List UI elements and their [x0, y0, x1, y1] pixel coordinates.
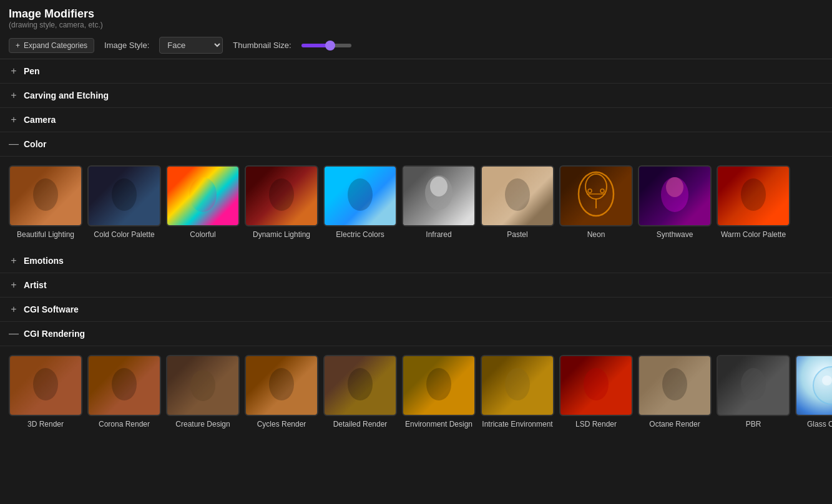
- pen-label: Pen: [24, 66, 40, 76]
- face-thumbnail-icon: [89, 167, 160, 225]
- svg-point-19: [190, 370, 215, 401]
- category-artist[interactable]: + Artist: [0, 273, 832, 298]
- artist-label: Artist: [24, 280, 47, 290]
- face-thumbnail-icon: [403, 167, 474, 225]
- toolbar: + Expand Categories Image Style: Face La…: [0, 32, 832, 59]
- item-label: Environment Design: [405, 420, 472, 430]
- cgi-software-label: CGI Software: [24, 304, 79, 314]
- svg-point-23: [505, 368, 530, 400]
- item-label: 3D Render: [27, 420, 64, 430]
- svg-point-2: [189, 177, 217, 212]
- svg-point-26: [741, 368, 766, 400]
- list-item[interactable]: Infrared: [402, 165, 476, 240]
- svg-point-12: [588, 189, 592, 193]
- item-label: LSD Render: [575, 420, 617, 430]
- list-item[interactable]: Glass Caustics: [795, 355, 832, 430]
- svg-point-17: [33, 368, 58, 400]
- artist-expand-icon: +: [9, 279, 19, 291]
- face-thumbnail-icon: [10, 167, 81, 225]
- svg-point-0: [33, 178, 58, 211]
- item-label: Warm Color Palette: [721, 230, 786, 240]
- carving-label: Carving and Etching: [24, 90, 109, 100]
- thumbnail-size-slider[interactable]: [301, 44, 351, 47]
- cgi-software-expand-icon: +: [9, 304, 19, 315]
- category-cgi-rendering[interactable]: — CGI Rendering: [0, 322, 832, 346]
- face-thumbnail-icon: [325, 167, 396, 225]
- list-item[interactable]: Warm Color Palette: [717, 165, 790, 240]
- list-item[interactable]: Cold Color Palette: [87, 165, 161, 240]
- page-subtitle: (drawing style, camera, etc.): [9, 21, 823, 29]
- face-thumbnail-icon: [796, 356, 832, 415]
- list-item[interactable]: LSD Render: [559, 355, 633, 430]
- item-label: Dynamic Lighting: [253, 230, 310, 240]
- svg-point-3: [269, 178, 294, 211]
- item-label: Detailed Render: [333, 420, 388, 430]
- category-color[interactable]: — Color: [0, 132, 832, 157]
- list-item[interactable]: Neon: [559, 165, 633, 240]
- svg-point-16: [741, 178, 766, 211]
- pen-expand-icon: +: [9, 65, 19, 77]
- face-thumbnail-icon: [560, 356, 632, 415]
- thumbnail-size-label: Thumbnail Size:: [233, 41, 291, 50]
- item-label: Cold Color Palette: [94, 230, 154, 240]
- cgi-rendering-expand-icon: —: [9, 328, 19, 339]
- list-item[interactable]: Environment Design: [402, 355, 476, 430]
- face-thumbnail-icon: [325, 356, 396, 415]
- page-header: Image Modifiers (drawing style, camera, …: [0, 0, 832, 32]
- list-item[interactable]: Octane Render: [638, 355, 712, 430]
- list-item[interactable]: Intricate Environment: [481, 355, 554, 430]
- plus-icon: +: [16, 41, 20, 50]
- page-title: Image Modifiers: [9, 7, 823, 21]
- list-item[interactable]: Creature Design: [166, 355, 240, 430]
- list-item[interactable]: PBR: [717, 355, 790, 430]
- category-cgi-software[interactable]: + CGI Software: [0, 298, 832, 322]
- svg-point-25: [662, 368, 687, 400]
- svg-point-1: [112, 178, 137, 211]
- category-pen[interactable]: + Pen: [0, 59, 832, 84]
- item-label: Beautiful Lighting: [17, 230, 74, 240]
- color-label: Color: [24, 139, 47, 149]
- face-thumbnail-icon: [639, 167, 710, 225]
- item-label: Infrared: [426, 230, 451, 240]
- list-item[interactable]: Electric Colors: [323, 165, 397, 240]
- category-camera[interactable]: + Camera: [0, 108, 832, 132]
- face-thumbnail-icon: [718, 356, 789, 415]
- face-thumbnail-icon: [246, 167, 317, 225]
- item-label: Octane Render: [649, 420, 700, 430]
- category-carving[interactable]: + Carving and Etching: [0, 84, 832, 108]
- item-label: Corona Render: [99, 420, 150, 430]
- list-item[interactable]: Beautiful Lighting: [9, 165, 82, 240]
- item-label: Creature Design: [175, 420, 230, 430]
- svg-point-4: [348, 178, 373, 211]
- list-item[interactable]: Detailed Render: [323, 355, 397, 430]
- face-thumbnail-icon: [718, 167, 789, 225]
- item-label: PBR: [746, 420, 761, 430]
- list-item[interactable]: 3D Render: [9, 355, 82, 430]
- expand-categories-button[interactable]: + Expand Categories: [9, 38, 94, 53]
- list-item[interactable]: Dynamic Lighting: [245, 165, 318, 240]
- item-label: Glass Caustics: [807, 420, 832, 430]
- face-thumbnail-icon: [560, 167, 632, 225]
- face-thumbnail-icon: [10, 356, 81, 415]
- list-item[interactable]: Corona Render: [87, 355, 161, 430]
- svg-point-21: [348, 368, 373, 400]
- face-thumbnail-icon: [167, 356, 238, 415]
- list-item[interactable]: Colorful: [166, 165, 240, 240]
- camera-label: Camera: [24, 115, 56, 125]
- thumbnail-size-slider-container: [301, 44, 351, 47]
- emotions-label: Emotions: [24, 256, 64, 266]
- item-label: Cycles Render: [257, 420, 306, 430]
- svg-point-22: [426, 368, 451, 400]
- list-item[interactable]: Pastel: [481, 165, 554, 240]
- face-thumbnail-icon: [482, 356, 553, 415]
- item-label: Pastel: [507, 230, 527, 240]
- category-emotions[interactable]: + Emotions: [0, 249, 832, 273]
- item-label: Neon: [587, 230, 605, 240]
- svg-point-28: [822, 376, 832, 385]
- emotions-expand-icon: +: [9, 255, 19, 266]
- list-item[interactable]: Synthwave: [638, 165, 712, 240]
- svg-point-27: [813, 367, 832, 404]
- list-item[interactable]: Cycles Render: [245, 355, 318, 430]
- image-style-select[interactable]: Face Landscape Portrait Abstract: [159, 37, 223, 54]
- cgi-items-grid: 3D Render Corona Render Creature Design …: [0, 346, 832, 439]
